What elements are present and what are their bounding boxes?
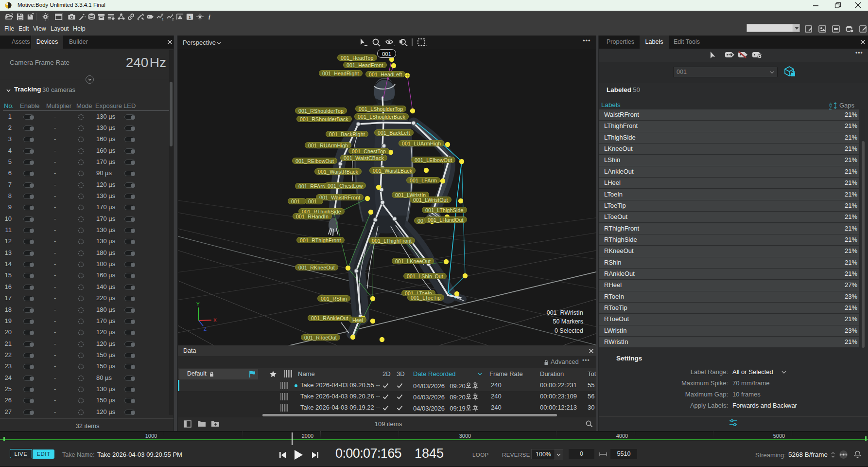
svg-text:X: X <box>213 318 217 323</box>
svg-text:Z: Z <box>829 106 832 109</box>
svg-text:Z: Z <box>204 326 207 332</box>
svg-text:1: 1 <box>162 18 164 21</box>
svg-text:Y: Y <box>196 302 200 307</box>
svg-text:1: 1 <box>189 15 191 20</box>
svg-text:i: i <box>208 13 210 21</box>
svg-text:2: 2 <box>172 18 174 21</box>
